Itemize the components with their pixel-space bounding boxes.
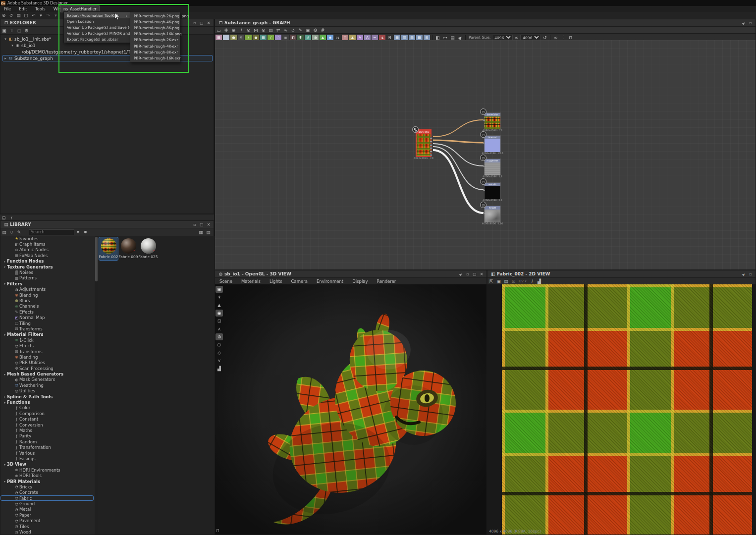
clean-icon[interactable]: ⚙: [23, 27, 30, 34]
float-icon[interactable]: ▫: [748, 20, 754, 26]
library-category-utilities[interactable]: ◎Utilities: [0, 388, 94, 394]
levels-node-icon[interactable]: ∕: [245, 35, 252, 40]
library-category-tiles[interactable]: ◔Tiles: [0, 524, 94, 529]
float-icon[interactable]: ▫: [192, 222, 198, 227]
new-graph-icon[interactable]: ⊗: [0, 12, 7, 19]
wireframe-icon[interactable]: ⊕: [216, 333, 223, 340]
input-pin[interactable]: [483, 142, 485, 144]
library-category-material-filters[interactable]: ▾Material Filters: [0, 332, 94, 337]
submenu-item-pbr-metal-rough-16k-exr[interactable]: PBR-metal-rough-16K-exr: [130, 55, 180, 61]
fill-node-icon[interactable]: ◧: [290, 35, 296, 40]
snapshot-icon[interactable]: ◉: [230, 27, 237, 33]
new-file-icon[interactable]: ▢: [22, 12, 30, 19]
close-icon[interactable]: ×: [479, 271, 485, 277]
blur-node-icon[interactable]: ●: [253, 35, 259, 40]
curvature-node-icon[interactable]: ◮: [379, 35, 385, 40]
library-category-fxmap-nodes[interactable]: ▦FxMap Nodes: [0, 253, 94, 258]
view3d-canvas[interactable]: [215, 284, 486, 535]
view3d-menu-materials[interactable]: Materials: [237, 279, 265, 284]
redo-icon[interactable]: ↷: [45, 12, 52, 19]
geometry-icon[interactable]: ⬡: [216, 341, 223, 348]
transform-icon[interactable]: ⊡: [510, 278, 517, 285]
tree-item--obj-demo-testgeometry-rubbert[interactable]: /obj/DEMO/testgeometry_rubbertoy1/shopne…: [16, 49, 213, 55]
library-category-mesh-based-generators[interactable]: ▾Mesh Based Generators: [0, 371, 94, 376]
edit-icon[interactable]: ✎: [15, 229, 23, 235]
input-pin[interactable]: [483, 165, 485, 167]
smart-view-icon[interactable]: ✱: [82, 229, 89, 235]
library-category-bricks[interactable]: ◔Bricks: [0, 484, 94, 489]
submenu-item-pbr-metal-rough-2k-png-png[interactable]: PBR-metal-rough-2K-png .png: [130, 13, 180, 19]
grid-node-icon-3[interactable]: ▤: [409, 35, 415, 40]
library-category-easings[interactable]: ƒEasings: [0, 456, 94, 461]
submenu-item-pbr-metal-rough-8k-png[interactable]: PBR-metal-rough-8K-png: [130, 25, 180, 31]
library-scrollbar[interactable]: [95, 236, 98, 535]
ao-node-icon[interactable]: A: [357, 35, 363, 40]
library-category-function-nodes[interactable]: ▸Function Nodes: [0, 259, 94, 264]
library-category-hdri-environments[interactable]: ⊕HDRI Environments: [0, 467, 94, 473]
screenshot-icon[interactable]: ◉: [216, 310, 223, 317]
library-category-tiling[interactable]: ▢Tiling: [0, 321, 94, 326]
normal-combine-icon[interactable]: N: [386, 35, 393, 40]
material-node-fabric-002[interactable]: Fabric 0024096x4096 - C8▚: [416, 129, 432, 157]
environment-icon[interactable]: ▲: [216, 302, 223, 309]
grid-snap-icon[interactable]: #: [319, 27, 326, 33]
stats-icon[interactable]: ▟: [216, 365, 223, 372]
menu-tools[interactable]: Tools: [31, 6, 50, 12]
library-category-filters[interactable]: ▾Filters: [0, 281, 94, 286]
library-category-effects[interactable]: ✎Effects: [0, 309, 94, 315]
library-category-blurs[interactable]: ●Blurs: [0, 298, 94, 303]
redo-caret-icon[interactable]: ▾: [52, 12, 59, 19]
menu-item-export-package-s-as-sbsar[interactable]: Export Package(s) as .sbsar: [64, 36, 130, 42]
view3d-menu-scene[interactable]: Scene: [215, 279, 237, 284]
visibility-icon[interactable]: ◇: [216, 349, 223, 356]
uniform-color-node-icon[interactable]: [223, 35, 229, 40]
grid-node-icon-5[interactable]: ⊞: [424, 35, 430, 40]
link-icon[interactable]: ▢: [15, 27, 23, 34]
output-pin[interactable]: [430, 144, 432, 146]
library-category-constant[interactable]: ƒConstant: [0, 417, 94, 422]
info-icon[interactable]: i: [528, 278, 536, 285]
grid-node-icon-1[interactable]: ▦: [394, 35, 400, 40]
library-category-3d-view[interactable]: ▾3D View: [0, 462, 94, 467]
detail-view-icon[interactable]: ▤: [205, 229, 212, 235]
menu-item-version-up-package-s-minor-and[interactable]: Version Up Package(s) MINOR and Save (00…: [64, 30, 130, 36]
library-category-maths[interactable]: ƒMaths: [0, 428, 94, 433]
close-icon[interactable]: ×: [206, 20, 212, 26]
library-category-patterns[interactable]: ▦Patterns: [0, 275, 94, 281]
curved-link-icon[interactable]: ∿: [282, 27, 289, 33]
cut-link-icon[interactable]: ⋈: [252, 27, 260, 33]
grid-view-icon[interactable]: ▦: [197, 229, 205, 235]
chevron-icon[interactable]: ▸: [3, 56, 8, 60]
gradient-node-icon[interactable]: ◑: [312, 35, 319, 40]
output-node-height[interactable]: height4096x4096 - L16◳: [484, 206, 501, 222]
undo-icon[interactable]: ↶: [30, 12, 37, 19]
pin-icon[interactable]: ▶: [740, 270, 748, 278]
maximize-icon[interactable]: ▢: [472, 271, 478, 277]
copy-image-icon[interactable]: ▤: [502, 278, 510, 285]
asset-fabric-002[interactable]: ⇆Fabric 002: [99, 237, 118, 260]
emboss-node-icon[interactable]: ◉: [327, 35, 333, 40]
library-category-parity[interactable]: ƒParity: [0, 433, 94, 439]
library-category-normal-map[interactable]: ◩Normal Map: [0, 315, 94, 320]
view3d-menu-display[interactable]: Display: [348, 279, 372, 284]
crop-node-icon[interactable]: ⌐: [372, 35, 378, 40]
menu-item-export-automation-toolkit-[interactable]: Export (Automation ToolKit)▸: [64, 12, 130, 18]
library-category-atomic-nodes[interactable]: ⊗Atomic Nodes: [0, 247, 94, 253]
submenu-item-pbr-metal-rough-2k-exr[interactable]: PBR-metal-rough-2K-exr: [130, 37, 180, 43]
curve-node-icon[interactable]: ∕: [268, 35, 274, 40]
save-image-icon[interactable]: ▣: [495, 278, 502, 285]
library-category-wood[interactable]: ◔Wood: [0, 529, 94, 535]
float-icon[interactable]: ▫: [192, 20, 198, 26]
library-category-conversion[interactable]: ƒConversion: [0, 422, 94, 428]
pixel-processor-icon[interactable]: 01: [334, 35, 341, 40]
display-mode-icon[interactable]: ▣: [216, 286, 223, 293]
menu-edit[interactable]: Edit: [15, 6, 31, 12]
filter-icon[interactable]: ▼: [74, 229, 82, 235]
spray-node-icon[interactable]: ✱: [297, 35, 304, 40]
histogram-node-icon[interactable]: ≡: [282, 35, 289, 40]
input-pin[interactable]: [483, 213, 485, 214]
straight-link-icon[interactable]: ⇄: [274, 27, 282, 33]
library-category-random[interactable]: ƒRandom: [0, 439, 94, 444]
distance-node-icon[interactable]: ⊓: [342, 35, 348, 40]
submenu-item-pbr-metal-rough-16k-png[interactable]: PBR-metal-rough-16K-png: [130, 31, 180, 37]
